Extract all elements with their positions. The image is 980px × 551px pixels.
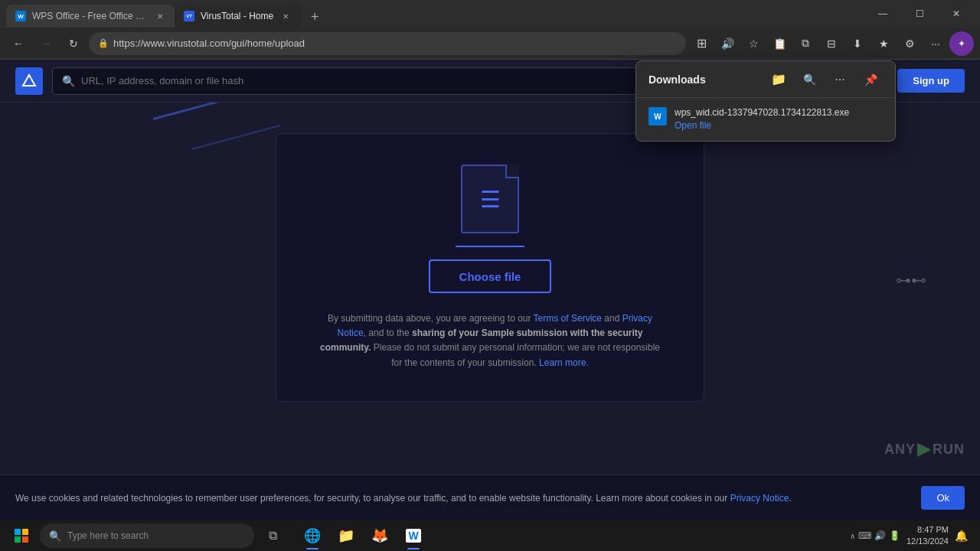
show-hidden-icon[interactable]: ∧: [850, 532, 855, 540]
browser-favorites[interactable]: ★: [871, 31, 896, 56]
choose-file-button[interactable]: Choose file: [429, 259, 551, 293]
disclaimer-and: and: [602, 313, 622, 324]
task-view-button[interactable]: ⧉: [257, 520, 288, 551]
read-aloud-button[interactable]: 🔊: [715, 31, 740, 56]
downloads-pin-button[interactable]: 📌: [858, 67, 883, 92]
dog-ear: [505, 165, 519, 178]
tab-virustotal-favicon: VT: [184, 11, 194, 21]
tab-wps[interactable]: W WPS Office - Free Office Downlo... ✕: [6, 5, 175, 28]
time-display: 8:47 PM: [906, 524, 949, 536]
tab-wps-favicon: W: [15, 11, 26, 21]
edge-icon: 🌐: [304, 527, 321, 544]
tab-virustotal[interactable]: VT VirusTotal - Home ✕: [175, 5, 301, 28]
system-tray: ∧ ⌨ 🔊 🔋: [850, 530, 900, 541]
tab-virustotal-close[interactable]: ✕: [279, 10, 292, 22]
collections-button[interactable]: 📋: [767, 31, 792, 56]
firefox-icon: 🦊: [371, 527, 388, 544]
search-icon: 🔍: [62, 75, 75, 87]
nav-bar: ← → ↻ 🔒 https://www.virustotal.com/gui/h…: [0, 28, 980, 60]
downloads-trigger[interactable]: ⬇: [845, 31, 870, 56]
settings-button[interactable]: ···: [923, 31, 948, 56]
start-button[interactable]: [6, 523, 37, 548]
favorites-button[interactable]: ☆: [741, 31, 766, 56]
file-icon-area: ☰: [456, 165, 524, 241]
taskbar-search-icon: 🔍: [49, 530, 61, 542]
vt-logo[interactable]: [15, 67, 43, 95]
svg-rect-1: [15, 529, 21, 535]
app-button[interactable]: ⊞: [689, 31, 714, 56]
keyboard-icon: ⌨: [858, 530, 871, 541]
clock[interactable]: 8:47 PM 12/13/2024: [906, 524, 949, 548]
browser-window: W WPS Office - Free Office Downlo... ✕ V…: [0, 0, 980, 551]
tab-wps-title: WPS Office - Free Office Downlo...: [32, 11, 149, 21]
minimize-button[interactable]: —: [865, 2, 900, 26]
disclaimer-text: By submitting data above, you are agreei…: [314, 311, 666, 370]
tab-wps-close[interactable]: ✕: [155, 10, 165, 22]
upload-card: ☰ Choose file By submitting data above, …: [276, 133, 704, 402]
forward-button[interactable]: →: [34, 31, 58, 56]
split-button[interactable]: ⧉: [793, 31, 818, 56]
cookie-message: We use cookies and related technologies …: [15, 493, 730, 504]
anyrun-watermark: ANY ▶ RUN: [884, 439, 965, 459]
copilot-button[interactable]: ✦: [949, 31, 974, 56]
windows-logo-icon: [14, 528, 29, 543]
battery-icon: 🔋: [889, 530, 900, 541]
new-tab-button[interactable]: +: [304, 6, 325, 28]
downloads-item-favicon: W: [648, 107, 667, 126]
downloads-search-button[interactable]: 🔍: [797, 67, 822, 92]
taskbar: 🔍 Type here to search ⧉ 🌐 📁 🦊 W: [0, 520, 980, 551]
disclaimer-part1: By submitting data above, you are agreei…: [328, 313, 534, 324]
close-button[interactable]: ✕: [939, 2, 974, 26]
downloads-panel: Downloads 📁 🔍 ··· 📌 W wps_wid.cid-133794…: [635, 60, 896, 142]
word-icon: W: [406, 529, 420, 543]
taskbar-search-bar[interactable]: 🔍 Type here to search: [40, 523, 254, 548]
cookie-text: We use cookies and related technologies …: [15, 493, 921, 504]
fingerprint-icon: ☰: [480, 186, 501, 213]
downloads-header: Downloads 📁 🔍 ··· 📌: [636, 61, 895, 98]
svg-marker-0: [23, 75, 35, 86]
svg-rect-2: [22, 529, 28, 535]
learn-more-link[interactable]: Learn more.: [539, 357, 589, 368]
lock-icon: 🔒: [98, 38, 109, 48]
tab-virustotal-title: VirusTotal - Home: [201, 11, 273, 21]
volume-control[interactable]: ⊶⊷: [896, 271, 926, 289]
date-display: 12/13/2024: [906, 536, 949, 547]
anyrun-text-run: RUN: [933, 442, 965, 458]
downloads-item-info: wps_wid.cid-1337947028.1734122813.exe Op…: [675, 107, 883, 132]
downloads-more-button[interactable]: ···: [828, 67, 852, 92]
upload-progress-bar: [456, 246, 524, 247]
bg-line-1: [153, 103, 287, 120]
taskbar-app-word[interactable]: W: [398, 520, 429, 551]
svg-rect-4: [22, 536, 28, 543]
disclaimer-part2: , and to the: [364, 328, 412, 338]
vt-logo-svg: [21, 73, 37, 89]
taskbar-app-edge[interactable]: 🌐: [297, 520, 328, 551]
notification-icon[interactable]: 🔔: [955, 530, 968, 542]
taskbar-app-firefox[interactable]: 🦊: [364, 520, 395, 551]
address-bar[interactable]: 🔒 https://www.virustotal.com/gui/home/up…: [89, 32, 686, 55]
terms-of-service-link[interactable]: Terms of Service: [534, 313, 602, 324]
cookie-ok-button[interactable]: Ok: [921, 486, 965, 510]
signup-button[interactable]: Sign up: [897, 69, 965, 93]
bg-line-2: [191, 125, 280, 150]
anyrun-play-icon: ▶: [917, 439, 931, 459]
downloads-item-1: W wps_wid.cid-1337947028.1734122813.exe …: [636, 98, 895, 141]
maximize-button[interactable]: ☐: [902, 2, 937, 26]
cookie-privacy-link[interactable]: Privacy Notice: [730, 493, 789, 504]
nav-right-buttons: ⊞ 🔊 ☆ 📋 ⧉ ⊟ ⬇ ★ ⚙ ··· ✦: [689, 31, 974, 56]
refresh-button[interactable]: ↻: [61, 31, 86, 56]
task-view-icon: ⧉: [269, 529, 277, 543]
downloads-folder-button[interactable]: 📁: [766, 67, 791, 92]
taskbar-app-explorer[interactable]: 📁: [331, 520, 361, 551]
taskbar-search-text: Type here to search: [67, 530, 149, 541]
taskbar-apps: 🌐 📁 🦊 W: [291, 520, 847, 551]
taskbar-right: ∧ ⌨ 🔊 🔋 8:47 PM 12/13/2024 🔔: [850, 524, 974, 548]
volume-tray-icon[interactable]: 🔊: [874, 530, 886, 541]
anyrun-text-any: ANY: [884, 442, 916, 458]
svg-rect-3: [15, 536, 21, 543]
sidebar-button[interactable]: ⊟: [819, 31, 844, 56]
cookie-banner: We use cookies and related technologies …: [0, 474, 980, 520]
extensions-button[interactable]: ⚙: [897, 31, 922, 56]
downloads-open-link[interactable]: Open file: [675, 120, 711, 131]
back-button[interactable]: ←: [6, 31, 31, 56]
